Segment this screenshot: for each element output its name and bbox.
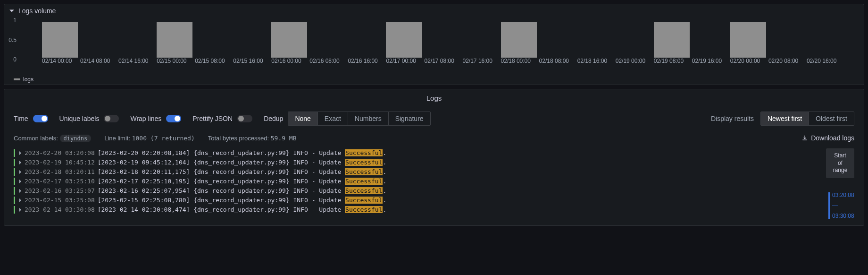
- dedup-label: Dedup: [264, 115, 283, 122]
- log-level-bar: [14, 187, 15, 195]
- time-range-scrubber[interactable]: 03:20:08 — 03:30:08: [828, 192, 854, 219]
- wrap-lines-label: Wrap lines: [130, 115, 161, 122]
- chart-bar[interactable]: [654, 22, 692, 58]
- download-logs-button[interactable]: Download logs: [801, 134, 854, 142]
- highlight-match: Successful: [345, 159, 383, 166]
- log-row[interactable]: 2023-02-20 03:20:08[2023-02-20 02:20:08,…: [14, 148, 819, 158]
- log-row[interactable]: 2023-02-15 03:25:08[2023-02-15 02:25:08,…: [14, 196, 819, 205]
- chart-bar[interactable]: [807, 22, 845, 58]
- log-level-bar: [14, 168, 15, 176]
- log-message: [2023-02-18 02:20:11,175] {dns_record_up…: [98, 167, 387, 177]
- highlight-match: Successful: [345, 197, 383, 204]
- dedup-option-numbers[interactable]: Numbers: [348, 112, 389, 125]
- chart-x-tick: 02/17 16:00: [463, 58, 501, 69]
- chevron-right-icon[interactable]: [18, 179, 23, 184]
- chart-bar[interactable]: [501, 22, 539, 58]
- logs-volume-header[interactable]: Logs volume: [4, 4, 864, 17]
- chart-bar[interactable]: [157, 22, 195, 58]
- chart-bar[interactable]: [730, 22, 768, 58]
- chevron-right-icon[interactable]: [18, 160, 23, 165]
- chart-x-tick: 02/18 16:00: [577, 58, 616, 69]
- chart-bar[interactable]: [616, 22, 654, 58]
- range-badge: Start of range: [826, 148, 854, 178]
- chart-bar[interactable]: [768, 22, 807, 58]
- order-segmented: Newest firstOldest first: [760, 112, 854, 126]
- order-option-newest-first[interactable]: Newest first: [761, 112, 809, 125]
- highlight-match: Successful: [345, 168, 383, 175]
- wrap-lines-toggle[interactable]: [166, 115, 181, 122]
- logs-volume-title: Logs volume: [18, 7, 56, 15]
- chart-bar[interactable]: [386, 22, 424, 58]
- chart-bar[interactable]: [80, 22, 118, 58]
- chart-bar[interactable]: [348, 22, 386, 58]
- bytes-value: 59.9 MB: [271, 135, 297, 142]
- chevron-right-icon[interactable]: [18, 151, 23, 155]
- chart-x-tick: 02/20 00:00: [730, 58, 768, 69]
- chart-bar[interactable]: [577, 22, 616, 58]
- chart-x-tick: 02/16 08:00: [309, 58, 348, 69]
- range-bot-time: 03:30:08: [832, 213, 854, 219]
- chart-x-tick: 02/19 16:00: [692, 58, 730, 69]
- chart-bar[interactable]: [424, 22, 462, 58]
- highlight-match: Successful: [345, 187, 383, 194]
- chart-x-tick: 02/15 00:00: [157, 58, 195, 69]
- chevron-right-icon[interactable]: [18, 170, 23, 174]
- unique-labels-toggle[interactable]: [104, 115, 119, 122]
- legend-swatch-icon: [14, 78, 20, 80]
- log-timestamp: 2023-02-19 10:45:12: [25, 158, 95, 167]
- chart-bar[interactable]: [309, 22, 348, 58]
- line-limit-value: 1000 (7 returned): [132, 135, 195, 142]
- chart-bar[interactable]: [271, 22, 309, 58]
- dedup-option-none[interactable]: None: [288, 112, 317, 125]
- chart-x-tick: 02/18 08:00: [539, 58, 577, 69]
- chart-x-tick: 02/14 00:00: [42, 58, 80, 69]
- display-results-label: Display results: [711, 115, 754, 122]
- chart-bar[interactable]: [42, 22, 80, 58]
- chevron-right-icon[interactable]: [18, 207, 23, 212]
- chart-x-tick: 02/18 00:00: [501, 58, 539, 69]
- log-level-bar: [14, 178, 15, 185]
- chart-bar[interactable]: [195, 22, 233, 58]
- log-level-bar: [14, 149, 15, 157]
- order-option-oldest-first[interactable]: Oldest first: [809, 112, 854, 125]
- log-lines: 2023-02-20 03:20:08[2023-02-20 02:20:08,…: [14, 148, 819, 215]
- download-icon: [801, 135, 808, 141]
- log-timestamp: 2023-02-14 03:30:08: [25, 205, 95, 215]
- range-mid: —: [832, 203, 854, 208]
- logs-volume-panel: Logs volume 1 0.5 0 02/14 00:0002/14 08:…: [4, 4, 864, 85]
- logs-volume-chart: 1 0.5 0 02/14 00:0002/14 08:0002/14 16:0…: [4, 17, 864, 74]
- log-row[interactable]: 2023-02-18 03:20:11[2023-02-18 02:20:11,…: [14, 167, 819, 177]
- log-row[interactable]: 2023-02-17 03:25:10[2023-02-17 02:25:10,…: [14, 177, 819, 186]
- logs-title: Logs: [4, 89, 864, 107]
- log-timestamp: 2023-02-15 03:25:08: [25, 196, 95, 205]
- chart-x-tick: 02/16 16:00: [348, 58, 386, 69]
- highlight-match: Successful: [345, 206, 383, 213]
- time-toggle[interactable]: [33, 115, 48, 122]
- chart-y-ticks: 1 0.5 0: [4, 17, 18, 62]
- log-message: [2023-02-19 09:45:12,104] {dns_record_up…: [98, 158, 387, 167]
- chart-bar[interactable]: [233, 22, 271, 58]
- chart-x-tick: 02/17 00:00: [386, 58, 424, 69]
- chevron-down-icon: [9, 8, 15, 14]
- prettify-json-toggle[interactable]: [237, 115, 252, 122]
- chevron-right-icon[interactable]: [18, 189, 23, 193]
- log-row[interactable]: 2023-02-19 10:45:12[2023-02-19 09:45:12,…: [14, 158, 819, 167]
- chart-bar[interactable]: [692, 22, 730, 58]
- log-message: [2023-02-14 02:30:08,474] {dns_record_up…: [98, 205, 387, 215]
- dedup-option-exact[interactable]: Exact: [318, 112, 348, 125]
- chart-bar[interactable]: [118, 22, 157, 58]
- chart-bar[interactable]: [463, 22, 501, 58]
- log-row[interactable]: 2023-02-14 03:30:08[2023-02-14 02:30:08,…: [14, 205, 819, 215]
- dedup-option-signature[interactable]: Signature: [389, 112, 430, 125]
- chart-bar[interactable]: [539, 22, 577, 58]
- prettify-json-label: Prettify JSON: [192, 115, 233, 122]
- log-row[interactable]: 2023-02-16 03:25:07[2023-02-16 02:25:07,…: [14, 186, 819, 196]
- chevron-right-icon[interactable]: [18, 198, 23, 203]
- chart-x-tick: 02/17 08:00: [424, 58, 462, 69]
- time-label: Time: [14, 115, 28, 122]
- chart-x-tick: 02/20 16:00: [807, 58, 845, 69]
- unique-labels-label: Unique labels: [59, 115, 100, 122]
- chart-x-tick: 02/15 16:00: [233, 58, 271, 69]
- bytes-label: Total bytes processed:: [208, 135, 269, 142]
- log-timestamp: 2023-02-16 03:25:07: [25, 186, 95, 196]
